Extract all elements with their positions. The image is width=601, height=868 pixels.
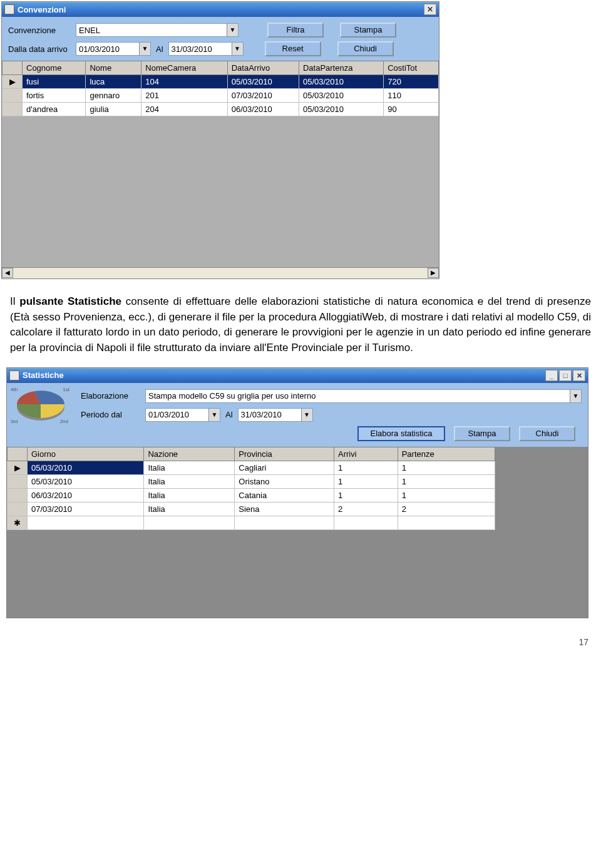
cell-costitot[interactable]: 110 [384,89,439,103]
row-marker[interactable]: ▶ [3,75,23,89]
table-row[interactable]: fortisgennaro20107/03/201005/03/2010110 [3,89,439,103]
new-row-marker[interactable]: ✱ [8,516,28,529]
cell-provincia[interactable]: Catania [235,488,334,502]
cell-cognome[interactable]: fusi [23,75,86,89]
cell-provincia[interactable]: Cagliari [235,461,334,474]
cell-provincia[interactable]: Oristano [235,474,334,488]
row-marker[interactable] [8,474,28,488]
row-marker[interactable] [3,103,23,116]
column-header[interactable]: DataPartenza [299,61,383,75]
convenzioni-titlebar[interactable]: Convenzioni ✕ [2,2,439,17]
convenzione-combo[interactable]: ENEL ▼ [76,23,239,37]
row-marker[interactable]: ▶ [8,461,28,474]
column-header[interactable]: Partenze [398,447,495,461]
cell-giorno[interactable]: 05/03/2010 [28,461,144,474]
reset-button[interactable]: Reset [265,41,321,56]
cell-nazione[interactable]: Italia [144,461,235,474]
column-header[interactable]: Giorno [28,447,144,461]
minimize-icon[interactable]: _ [545,370,558,381]
statistiche-grid[interactable]: GiornoNazioneProvinciaArriviPartenze▶05/… [7,447,495,530]
cell-costitot[interactable]: 90 [384,103,439,116]
table-row[interactable]: 06/03/2010ItaliaCatania11 [8,488,495,502]
table-row[interactable]: ▶fusiluca10405/03/201005/03/2010720 [3,75,439,89]
column-header[interactable]: NomeCamera [141,61,227,75]
cell-nomecamera[interactable]: 104 [141,75,227,89]
cell-partenze[interactable]: 1 [398,461,495,474]
row-marker[interactable] [8,502,28,516]
column-header[interactable]: Cognome [23,61,86,75]
cell-cognome[interactable]: d'andrea [23,103,86,116]
cell-nazione[interactable]: Italia [144,488,235,502]
cell-cognome[interactable]: fortis [23,89,86,103]
horizontal-scrollbar[interactable]: ◀ ▶ [2,267,439,278]
cell-datapartenza[interactable]: 05/03/2010 [299,75,383,89]
scroll-left-icon[interactable]: ◀ [2,268,13,278]
cell-nazione[interactable]: Italia [144,502,235,516]
close-icon[interactable]: ✕ [573,370,585,381]
column-header[interactable]: Provincia [235,447,334,461]
row-marker[interactable] [8,488,28,502]
scroll-track[interactable] [13,268,428,278]
cell-giorno[interactable]: 07/03/2010 [28,502,144,516]
maximize-icon[interactable]: □ [559,370,572,381]
cell-dataarrivo[interactable]: 07/03/2010 [227,89,299,103]
column-header[interactable]: Nazione [144,447,235,461]
cell-partenze[interactable]: 1 [398,488,495,502]
date-to-combo[interactable]: 31/03/2010 ▼ [168,42,244,56]
column-header[interactable] [3,61,23,75]
cell-arrivi[interactable]: 1 [334,461,398,474]
cell-nazione[interactable]: Italia [144,474,235,488]
cell-giorno[interactable]: 06/03/2010 [28,488,144,502]
table-new-row[interactable]: ✱ [8,516,495,529]
cell-datapartenza[interactable]: 05/03/2010 [299,103,383,116]
cell-nome[interactable]: giulia [86,103,141,116]
table-row[interactable]: 07/03/2010ItaliaSiena22 [8,502,495,516]
convenzioni-grid[interactable]: CognomeNomeNomeCameraDataArrivoDataParte… [2,61,439,116]
empty-cell[interactable] [28,516,144,529]
cell-arrivi[interactable]: 1 [334,488,398,502]
column-header[interactable] [8,447,28,461]
cell-datapartenza[interactable]: 05/03/2010 [299,89,383,103]
cell-costitot[interactable]: 720 [384,75,439,89]
cell-dataarrivo[interactable]: 05/03/2010 [227,75,299,89]
scroll-right-icon[interactable]: ▶ [428,268,439,278]
filtra-button[interactable]: Filtra [267,23,324,38]
stats-chiudi-button[interactable]: Chiudi [519,426,575,441]
table-row[interactable]: 05/03/2010ItaliaOristano11 [8,474,495,488]
cell-partenze[interactable]: 2 [398,502,495,516]
column-header[interactable]: Arrivi [334,447,398,461]
cell-nome[interactable]: luca [86,75,141,89]
cell-arrivi[interactable]: 2 [334,502,398,516]
table-row[interactable]: d'andreagiulia20406/03/201005/03/201090 [3,103,439,116]
empty-cell[interactable] [334,516,398,529]
stats-date-to-combo[interactable]: 31/03/2010 ▼ [238,408,313,422]
stats-stampa-button[interactable]: Stampa [454,426,510,441]
statistiche-titlebar[interactable]: Statistiche _ □ ✕ [7,368,588,383]
column-header[interactable]: Nome [86,61,141,75]
elabora-statistica-button[interactable]: Elabora statistica [357,426,445,441]
cell-arrivi[interactable]: 1 [334,474,398,488]
chevron-down-icon[interactable]: ▼ [301,409,312,421]
cell-dataarrivo[interactable]: 06/03/2010 [227,103,299,116]
empty-cell[interactable] [398,516,495,529]
column-header[interactable]: CostiTot [384,61,439,75]
chevron-down-icon[interactable]: ▼ [139,43,150,55]
cell-nomecamera[interactable]: 204 [141,103,227,116]
column-header[interactable]: DataArrivo [227,61,299,75]
table-row[interactable]: ▶05/03/2010ItaliaCagliari11 [8,461,495,474]
cell-nomecamera[interactable]: 201 [141,89,227,103]
cell-provincia[interactable]: Siena [235,502,334,516]
chevron-down-icon[interactable]: ▼ [227,24,238,36]
cell-nome[interactable]: gennaro [86,89,141,103]
empty-cell[interactable] [235,516,334,529]
close-icon[interactable]: ✕ [424,4,436,15]
elaborazione-combo[interactable]: Stampa modello C59 su griglia per uso in… [145,389,582,403]
stampa-button[interactable]: Stampa [340,23,396,38]
chiudi-button[interactable]: Chiudi [337,41,394,56]
stats-date-from-combo[interactable]: 01/03/2010 ▼ [145,408,220,422]
chevron-down-icon[interactable]: ▼ [232,43,243,55]
chevron-down-icon[interactable]: ▼ [570,390,581,402]
cell-partenze[interactable]: 1 [398,474,495,488]
empty-cell[interactable] [144,516,235,529]
date-from-combo[interactable]: 01/03/2010 ▼ [76,42,151,56]
